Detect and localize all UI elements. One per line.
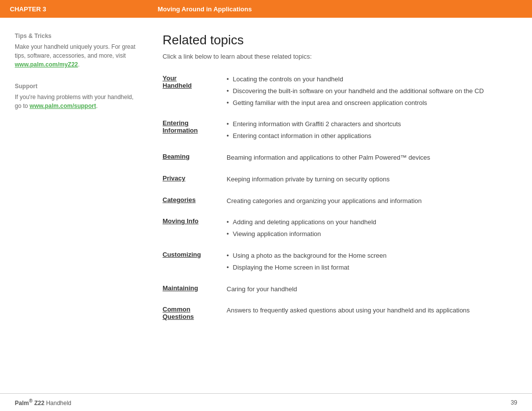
bullet-item: Discovering the built-in software on you… [227,86,512,97]
footer: Palm® Z22 Handheld 39 [0,393,532,411]
support-title: Support [15,83,135,90]
spacer-row [163,243,512,248]
tips-section: Tips & Tricks Make your handheld uniquel… [15,33,135,69]
table-row: PrivacyKeeping information private by tu… [163,172,512,189]
support-link[interactable]: www.palm.com/support [30,103,96,109]
tips-title: Tips & Tricks [15,33,135,39]
topic-label[interactable]: Customizing [163,248,227,277]
bullet-item: Getting familiar with the input area and… [227,98,512,108]
chapter-title: Moving Around in Applications [158,5,252,13]
bullet-item: Entering information with Graffiti 2 cha… [227,119,512,130]
spacer-row [163,210,512,215]
table-row: YourHandheldLocating the controls on you… [163,72,512,112]
spacer-row [163,298,512,303]
table-row: Moving InfoAdding and deleting applicati… [163,215,512,243]
spacer-row [163,277,512,282]
topic-details: Keeping information private by turning o… [227,172,512,189]
bullet-item: Displaying the Home screen in list forma… [227,263,512,273]
support-section: Support If you're having problems with y… [15,83,135,110]
main-layout: Tips & Tricks Make your handheld uniquel… [0,18,532,393]
topic-label[interactable]: Categories [163,194,227,210]
bullet-item: Locating the controls on your handheld [227,74,512,85]
table-row: MaintainingCaring for your handheld [163,282,512,299]
spacer-row [163,189,512,194]
footer-brand: Palm® Z22 Handheld [15,398,71,407]
page-heading: Related topics [163,33,512,48]
spacer-row [163,167,512,172]
topic-details: Caring for your handheld [227,282,512,299]
topic-details: Beaming information and applications to … [227,150,512,167]
header-bar: CHAPTER 3 Moving Around in Applications [0,0,532,18]
topic-details: Adding and deleting applications on your… [227,215,512,243]
spacer-row [163,112,512,117]
intro-text: Click a link below to learn about these … [163,53,512,60]
bullet-item: Entering contact information in other ap… [227,131,512,141]
table-row: CommonQuestionsAnswers to frequently ask… [163,303,512,323]
table-row: EnteringInformationEntering information … [163,117,512,145]
topic-label[interactable]: CommonQuestions [163,303,227,323]
table-row: CategoriesCreating categories and organi… [163,194,512,210]
topic-details: Answers to frequently asked questions ab… [227,303,512,323]
chapter-label: CHAPTER 3 [10,5,158,13]
tips-text: Make your handheld uniquely yours. For g… [15,42,135,69]
topic-label[interactable]: Moving Info [163,215,227,243]
topic-label[interactable]: YourHandheld [163,72,227,112]
topic-label[interactable]: Maintaining [163,282,227,299]
bullet-item: Viewing application information [227,229,512,240]
topic-details: Entering information with Graffiti 2 cha… [227,117,512,145]
content-area: Related topics Click a link below to lea… [148,18,532,393]
topic-label[interactable]: EnteringInformation [163,117,227,145]
footer-page: 39 [511,399,517,406]
topic-label[interactable]: Privacy [163,172,227,189]
topic-details: Using a photo as the background for the … [227,248,512,277]
support-text: If you're having problems with your hand… [15,93,135,110]
table-row: BeamingBeaming information and applicati… [163,150,512,167]
tips-link[interactable]: www.palm.com/myZ22 [15,61,78,68]
bullet-item: Adding and deleting applications on your… [227,217,512,228]
topic-details: Creating categories and organizing your … [227,194,512,210]
topic-details: Locating the controls on your handheldDi… [227,72,512,112]
bullet-item: Using a photo as the background for the … [227,251,512,261]
topics-table: YourHandheldLocating the controls on you… [163,72,512,323]
topic-label[interactable]: Beaming [163,150,227,167]
table-row: CustomizingUsing a photo as the backgrou… [163,248,512,277]
spacer-row [163,145,512,150]
sidebar: Tips & Tricks Make your handheld uniquel… [0,18,148,393]
